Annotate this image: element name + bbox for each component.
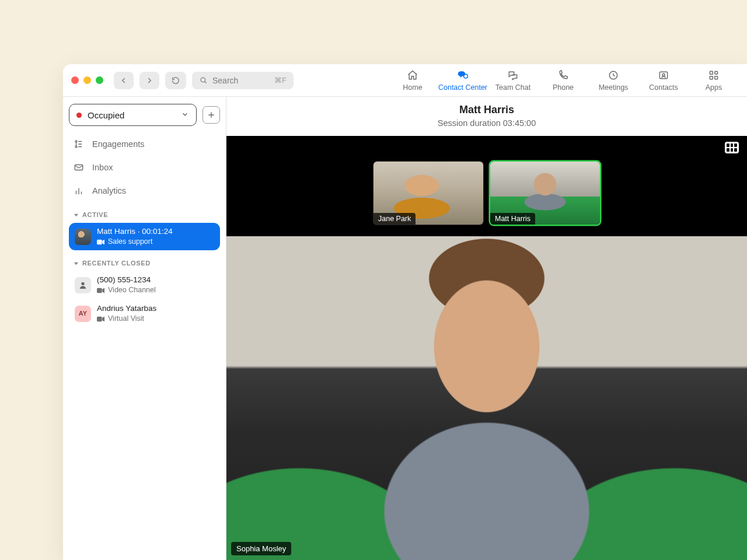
svg-rect-8 [710, 76, 713, 79]
engagement-recent-0[interactable]: (500) 555-1234 Video Channel [69, 271, 220, 299]
main-panel: Matt Harris Session duration 03:45:00 Ja… [226, 97, 747, 560]
gallery-view-button[interactable] [725, 142, 739, 153]
participant-thumbnail-0[interactable]: Jane Park [374, 162, 483, 225]
tab-phone[interactable]: Phone [538, 64, 588, 96]
svg-rect-9 [715, 76, 718, 79]
engagement-title: Andrius Yatarbas [97, 303, 156, 314]
toolbar: Search ⌘F Home Contact Center Team Chat … [63, 64, 747, 97]
participant-name-label: Jane Park [374, 213, 416, 225]
svg-rect-6 [710, 71, 713, 74]
bar-chart-icon [74, 186, 84, 196]
tab-apps[interactable]: Apps [689, 64, 739, 96]
nav-forward-button[interactable] [139, 72, 159, 89]
sidebar: Occupied Engagements Inbox Analyt [63, 97, 226, 560]
svg-point-13 [75, 146, 77, 148]
svg-marker-20 [102, 239, 104, 244]
participant-name-label: Matt Harris [490, 213, 535, 225]
engagement-title: Matt Harris · 00:01:24 [97, 226, 173, 237]
svg-rect-7 [715, 71, 718, 74]
clock-icon [608, 69, 619, 81]
search-shortcut: ⌘F [274, 76, 287, 85]
video-icon [97, 239, 104, 245]
search-placeholder: Search [212, 76, 238, 85]
tab-label: Apps [706, 83, 722, 92]
active-speaker-video[interactable]: Sophia Mosley [226, 236, 747, 560]
apps-grid-icon [708, 69, 720, 81]
tab-contacts[interactable]: Contacts [638, 64, 689, 96]
svg-rect-4 [659, 72, 667, 79]
top-tabs: Home Contact Center Team Chat Phone Meet… [388, 64, 739, 96]
status-dot-icon [76, 113, 82, 118]
session-contact-name: Matt Harris [226, 104, 747, 116]
engagements-icon [74, 139, 84, 149]
tab-team-chat[interactable]: Team Chat [488, 64, 538, 96]
avatar [75, 229, 91, 245]
engagement-title: (500) 555-1234 [97, 275, 156, 285]
svg-marker-26 [102, 317, 104, 322]
plus-icon [207, 110, 216, 120]
window-traffic-lights[interactable] [71, 76, 103, 84]
caret-down-icon [74, 212, 79, 218]
close-window-icon[interactable] [71, 76, 79, 84]
video-icon [97, 288, 104, 293]
engagement-recent-1[interactable]: AY Andrius Yatarbas Virtual Visit [69, 300, 220, 327]
engagement-channel: Sales support [108, 237, 152, 247]
video-call-area: Jane Park Matt Harris Sophia Mosley [226, 136, 747, 560]
status-label: Occupied [88, 110, 124, 120]
home-icon [407, 69, 418, 81]
svg-rect-19 [97, 239, 102, 244]
tab-label: Team Chat [495, 83, 530, 92]
section-header-active[interactable]: ACTIVE [69, 203, 220, 222]
avatar [75, 277, 91, 293]
svg-point-2 [464, 74, 468, 78]
tab-meetings[interactable]: Meetings [588, 64, 638, 96]
new-engagement-button[interactable] [203, 106, 220, 124]
participant-thumbnail-1[interactable]: Matt Harris [490, 162, 600, 225]
svg-point-22 [81, 282, 84, 285]
sidebar-item-inbox[interactable]: Inbox [69, 156, 220, 178]
sidebar-item-engagements[interactable]: Engagements [69, 133, 220, 155]
minimize-window-icon[interactable] [83, 76, 91, 84]
svg-point-12 [75, 141, 77, 142]
sidebar-item-label: Inbox [92, 163, 113, 172]
active-speaker-name-label: Sophia Mosley [231, 542, 291, 555]
person-icon [78, 281, 88, 290]
tab-label: Phone [553, 83, 574, 92]
svg-marker-24 [102, 288, 104, 293]
svg-rect-23 [97, 288, 102, 293]
caret-down-icon [74, 261, 79, 266]
nav-back-button[interactable] [114, 72, 134, 89]
svg-point-0 [201, 78, 205, 82]
engagement-channel: Virtual Visit [108, 314, 144, 324]
session-duration: Session duration 03:45:00 [226, 118, 747, 128]
chevron-down-icon [181, 110, 189, 120]
agent-status-select[interactable]: Occupied [69, 104, 197, 126]
search-icon [199, 76, 208, 85]
svg-rect-25 [97, 317, 102, 322]
fullscreen-window-icon[interactable] [96, 76, 103, 84]
sidebar-item-label: Analytics [92, 186, 126, 195]
sidebar-item-label: Engagements [92, 139, 144, 149]
headset-chat-icon [457, 69, 469, 81]
engagement-channel: Video Channel [108, 285, 156, 295]
phone-icon [557, 69, 569, 81]
svg-marker-18 [74, 214, 78, 216]
avatar: AY [75, 306, 91, 322]
participant-thumbnails: Jane Park Matt Harris [226, 136, 747, 225]
section-title: RECENTLY CLOSED [82, 260, 151, 267]
status-row: Occupied [69, 104, 220, 126]
section-header-recent[interactable]: RECENTLY CLOSED [69, 251, 220, 270]
tab-label: Home [403, 83, 422, 92]
mail-icon [74, 162, 84, 173]
tab-home[interactable]: Home [388, 64, 438, 96]
history-icon [171, 76, 180, 85]
video-icon [97, 316, 104, 322]
sidebar-item-analytics[interactable]: Analytics [69, 180, 220, 202]
search-input[interactable]: Search ⌘F [192, 72, 294, 89]
engagement-active-0[interactable]: Matt Harris · 00:01:24 Sales support [69, 223, 220, 250]
app-window: Search ⌘F Home Contact Center Team Chat … [63, 64, 747, 560]
history-button[interactable] [165, 72, 186, 89]
tab-contact-center[interactable]: Contact Center [438, 64, 488, 96]
tab-label: Contacts [649, 83, 678, 92]
tab-label: Meetings [599, 83, 629, 92]
